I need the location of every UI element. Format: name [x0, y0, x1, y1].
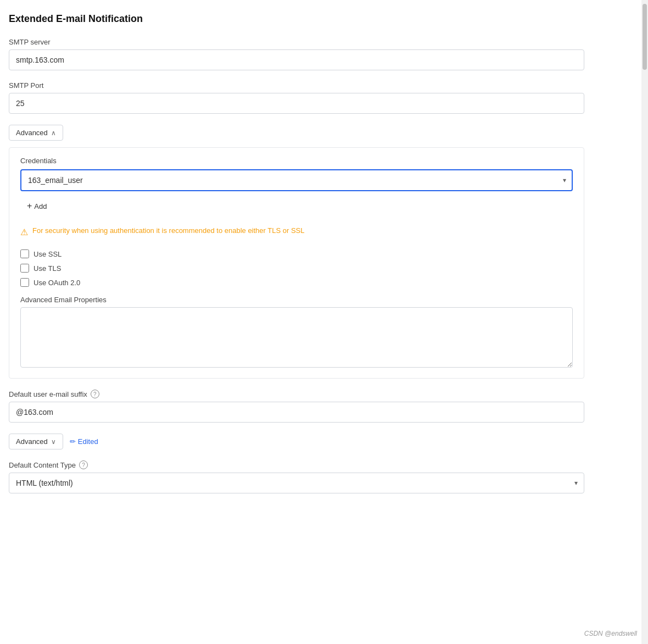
use-ssl-label: Use SSL	[33, 250, 62, 258]
use-ssl-item[interactable]: Use SSL	[20, 249, 573, 258]
edited-label: Edited	[78, 437, 98, 446]
credentials-label: Credentials	[20, 157, 573, 165]
page-title: Extended E-mail Notification	[9, 13, 584, 25]
smtp-server-input[interactable]	[9, 49, 584, 70]
scrollbar[interactable]	[641, 0, 648, 518]
smtp-server-group: SMTP server	[9, 38, 584, 70]
add-credential-button[interactable]: + Add	[20, 198, 53, 214]
use-tls-item[interactable]: Use TLS	[20, 264, 573, 273]
advanced-toggle-1[interactable]: Advanced ∧	[9, 125, 63, 141]
warning-icon: ⚠	[20, 227, 28, 237]
chevron-up-icon: ∧	[51, 129, 56, 137]
smtp-port-input[interactable]	[9, 93, 584, 114]
advanced-toggle-2[interactable]: Advanced ∨	[9, 434, 63, 449]
smtp-server-label: SMTP server	[9, 38, 584, 46]
use-oauth-checkbox[interactable]	[20, 278, 29, 287]
use-oauth-item[interactable]: Use OAuth 2.0	[20, 278, 573, 287]
advanced-edited-row: Advanced ∨ ✏ Edited	[9, 434, 584, 449]
warning-text: For security when using authentication i…	[32, 226, 304, 235]
use-tls-label: Use TLS	[33, 264, 61, 273]
add-button-label: Add	[34, 202, 47, 210]
default-email-suffix-input[interactable]	[9, 402, 584, 423]
smtp-port-label: SMTP Port	[9, 81, 584, 90]
content-type-select[interactable]: HTML (text/html) Plain Text (text/plain)	[9, 473, 584, 493]
default-content-type-group: Default Content Type ? HTML (text/html) …	[9, 460, 584, 493]
smtp-port-group: SMTP Port	[9, 81, 584, 114]
pencil-icon: ✏	[70, 437, 76, 446]
use-oauth-label: Use OAuth 2.0	[33, 279, 80, 287]
plus-icon: +	[27, 201, 32, 211]
adv-email-props-label: Advanced Email Properties	[20, 296, 573, 304]
advanced-toggle-1-label: Advanced	[16, 129, 48, 137]
scrollbar-thumb[interactable]	[643, 4, 647, 70]
page-container: Extended E-mail Notification SMTP server…	[0, 0, 593, 518]
default-email-suffix-group: Default user e-mail suffix ?	[9, 390, 584, 423]
advanced-section: Credentials 163_email_user Add new crede…	[9, 147, 584, 379]
help-icon-content-type[interactable]: ?	[79, 460, 88, 469]
chevron-down-icon-2: ∨	[51, 438, 56, 446]
credentials-select-wrapper: 163_email_user Add new credential ▾	[20, 169, 573, 191]
help-icon-email-suffix[interactable]: ?	[91, 390, 99, 398]
default-content-type-label: Default Content Type ?	[9, 460, 584, 469]
adv-email-props-textarea[interactable]	[20, 307, 573, 368]
use-tls-checkbox[interactable]	[20, 264, 29, 273]
advanced-toggle-2-label: Advanced	[16, 437, 48, 446]
warning-banner: ⚠ For security when using authentication…	[20, 221, 573, 243]
use-ssl-checkbox[interactable]	[20, 249, 29, 258]
checkbox-group: Use SSL Use TLS Use OAuth 2.0	[20, 249, 573, 287]
content-type-select-wrapper: HTML (text/html) Plain Text (text/plain)…	[9, 473, 584, 493]
credentials-select[interactable]: 163_email_user Add new credential	[20, 169, 573, 191]
default-email-suffix-label: Default user e-mail suffix ?	[9, 390, 584, 398]
edited-badge: ✏ Edited	[70, 437, 98, 446]
